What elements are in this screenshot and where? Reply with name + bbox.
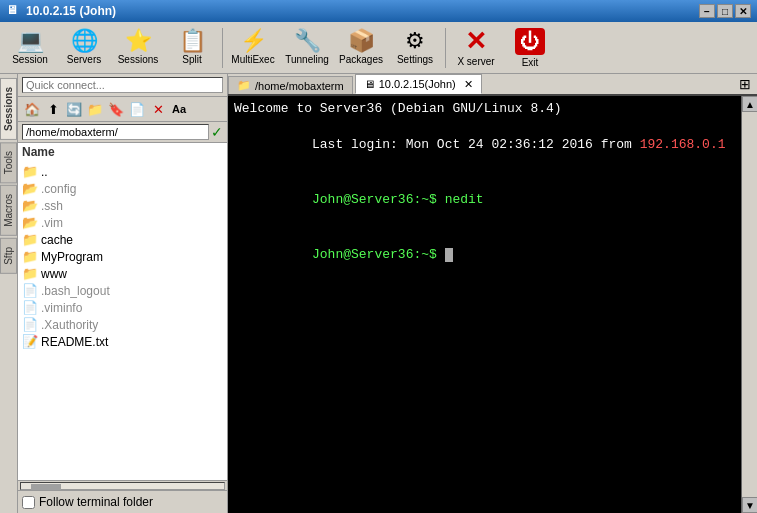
last-login-ip: 192.168.0.1	[640, 137, 726, 152]
fp-new-folder-button[interactable]: 📁	[85, 99, 105, 119]
prompt1-text: John@Server36:~$ nedit	[312, 192, 484, 207]
scrollbar-track[interactable]	[20, 482, 225, 490]
item-label: .bash_logout	[41, 284, 110, 298]
terminal-scrollbar[interactable]: ▲ ▼	[741, 96, 757, 513]
term-line-prompt2: John@Server36:~$	[234, 227, 735, 282]
session-tab-close[interactable]: ✕	[464, 78, 473, 91]
item-label: MyProgram	[41, 250, 103, 264]
main-area: Sessions Tools Macros Sftp 🏠 ⬆ 🔄 📁 🔖 📄 ✕…	[0, 74, 757, 513]
list-item[interactable]: 📂 .vim	[20, 214, 225, 231]
multiexec-icon: ⚡	[240, 30, 267, 52]
list-item[interactable]: 📁 cache	[20, 231, 225, 248]
split-icon: 📋	[179, 30, 206, 52]
session-tab-label: 10.0.2.15(John)	[379, 78, 456, 90]
hidden-file-icon: 📄	[22, 317, 38, 332]
item-label: .viminfo	[41, 301, 82, 315]
home-tab-icon: 📁	[237, 79, 251, 92]
last-login-prefix: Last login: Mon Oct 24 02:36:12 2016 fro…	[312, 137, 640, 152]
multiexec-button[interactable]: ⚡ MultiExec	[227, 24, 279, 72]
session-button[interactable]: 💻 Session	[4, 24, 56, 72]
toolbar: 💻 Session 🌐 Servers ⭐ Sessions 📋 Split ⚡…	[0, 22, 757, 74]
follow-terminal-checkbox[interactable]	[22, 496, 35, 509]
item-label: .ssh	[41, 199, 63, 213]
cursor	[445, 248, 453, 262]
terminal-wrapper: Welcome to Server36 (Debian GNU/Linux 8.…	[228, 96, 757, 513]
scroll-up-button[interactable]: ▲	[742, 96, 757, 112]
tunneling-label: Tunneling	[285, 54, 329, 65]
fp-bookmark-button[interactable]: 🔖	[106, 99, 126, 119]
list-item[interactable]: 📂 .ssh	[20, 197, 225, 214]
welcome-text: Welcome to Server36 (Debian GNU/Linux 8.…	[234, 101, 562, 116]
list-item[interactable]: 📂 .config	[20, 180, 225, 197]
hidden-folder-icon: 📂	[22, 181, 38, 196]
file-toolbar: 🏠 ⬆ 🔄 📁 🔖 📄 ✕ Aa	[18, 97, 227, 122]
txt-file-icon: 📝	[22, 334, 38, 349]
address-bar: ✓	[18, 122, 227, 143]
prompt2-text: John@Server36:~$	[312, 247, 445, 262]
settings-label: Settings	[397, 54, 433, 65]
item-label: ..	[41, 165, 48, 179]
scroll-track[interactable]	[742, 112, 757, 497]
title-bar: 🖥 10.0.2.15 (John) − □ ✕	[0, 0, 757, 22]
fp-delete-button[interactable]: ✕	[148, 99, 168, 119]
list-item[interactable]: 📁 www	[20, 265, 225, 282]
fp-home-button[interactable]: 🏠	[22, 99, 42, 119]
exit-button[interactable]: ⏻ Exit	[504, 24, 556, 72]
tab-bar: 📁 /home/mobaxterm 🖥 10.0.2.15(John) ✕ ⊞	[228, 74, 757, 96]
list-item[interactable]: 📄 .viminfo	[20, 299, 225, 316]
list-item[interactable]: 📄 .Xauthority	[20, 316, 225, 333]
sidebar-item-sessions[interactable]: Sessions	[0, 78, 17, 140]
window-title: 10.0.2.15 (John)	[26, 4, 699, 18]
item-label: .Xauthority	[41, 318, 98, 332]
file-tree: 📁 .. 📂 .config 📂 .ssh 📂 .vim 📁 cache 📁	[18, 161, 227, 480]
tunneling-button[interactable]: 🔧 Tunneling	[281, 24, 333, 72]
packages-icon: 📦	[348, 30, 375, 52]
x-server-button[interactable]: ✕ X server	[450, 24, 502, 72]
close-button[interactable]: ✕	[735, 4, 751, 18]
fp-new-file-button[interactable]: 📄	[127, 99, 147, 119]
sidebar-item-macros[interactable]: Macros	[0, 185, 17, 236]
multiexec-label: MultiExec	[231, 54, 274, 65]
address-input[interactable]	[22, 124, 209, 140]
quick-connect-input[interactable]	[22, 77, 223, 93]
sessions-button[interactable]: ⭐ Sessions	[112, 24, 164, 72]
exit-label: Exit	[522, 57, 539, 68]
terminal[interactable]: Welcome to Server36 (Debian GNU/Linux 8.…	[228, 96, 741, 513]
fp-rename-button[interactable]: Aa	[169, 99, 189, 119]
settings-button[interactable]: ⚙ Settings	[389, 24, 441, 72]
list-item[interactable]: 📄 .bash_logout	[20, 282, 225, 299]
servers-icon: 🌐	[71, 30, 98, 52]
fp-refresh-button[interactable]: 🔄	[64, 99, 84, 119]
servers-button[interactable]: 🌐 Servers	[58, 24, 110, 72]
address-confirm-icon[interactable]: ✓	[211, 124, 223, 140]
folder-icon: 📁	[22, 266, 38, 281]
item-label: .vim	[41, 216, 63, 230]
tab-session[interactable]: 🖥 10.0.2.15(John) ✕	[355, 74, 482, 94]
term-line-welcome: Welcome to Server36 (Debian GNU/Linux 8.…	[234, 100, 735, 118]
hidden-folder-icon: 📂	[22, 215, 38, 230]
tab-home[interactable]: 📁 /home/mobaxterm	[228, 76, 353, 94]
scrollbar-thumb[interactable]	[31, 484, 61, 490]
packages-label: Packages	[339, 54, 383, 65]
fp-up-button[interactable]: ⬆	[43, 99, 63, 119]
file-panel-scrollbar[interactable]	[18, 480, 227, 490]
session-tab-icon: 🖥	[364, 78, 375, 90]
side-tabs: Sessions Tools Macros Sftp	[0, 74, 18, 513]
folder-icon: 📁	[22, 249, 38, 264]
scroll-down-button[interactable]: ▼	[742, 497, 757, 513]
list-item[interactable]: 📁 MyProgram	[20, 248, 225, 265]
new-tab-button[interactable]: ⊞	[733, 74, 757, 94]
list-item[interactable]: 📝 README.txt	[20, 333, 225, 350]
packages-button[interactable]: 📦 Packages	[335, 24, 387, 72]
hidden-file-icon: 📄	[22, 300, 38, 315]
folder-up-icon: 📁	[22, 164, 38, 179]
maximize-button[interactable]: □	[717, 4, 733, 18]
sidebar-item-tools[interactable]: Tools	[0, 142, 17, 183]
minimize-button[interactable]: −	[699, 4, 715, 18]
toolbar-separator-1	[222, 28, 223, 68]
list-item[interactable]: 📁 ..	[20, 163, 225, 180]
sidebar-item-sftp[interactable]: Sftp	[0, 238, 17, 274]
x-server-icon: ✕	[465, 28, 487, 54]
split-button[interactable]: 📋 Split	[166, 24, 218, 72]
item-label: cache	[41, 233, 73, 247]
